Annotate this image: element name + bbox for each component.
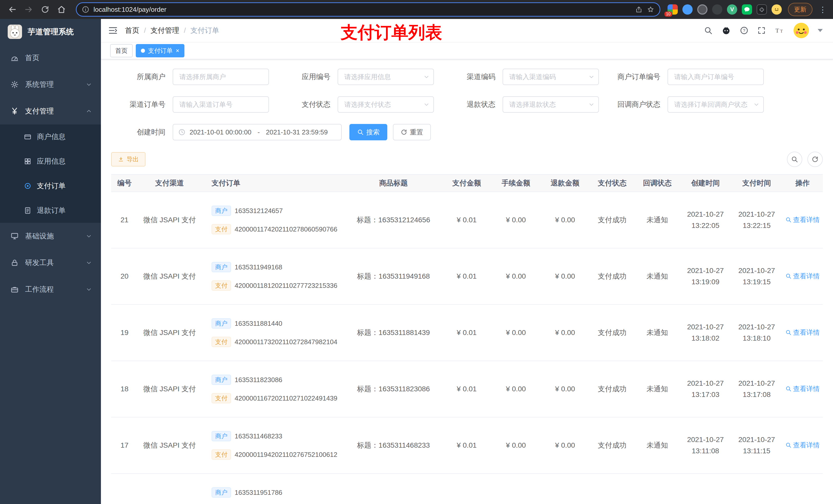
sidebar-item-devtools[interactable]: 研发工具 bbox=[0, 249, 101, 276]
credit-card-icon bbox=[24, 133, 32, 141]
cell-notify: 未通知 bbox=[635, 248, 680, 305]
cell-channel: 微信 JSAPI 支付 bbox=[138, 417, 201, 474]
record-icon bbox=[24, 182, 32, 190]
extension-icon-chat[interactable] bbox=[742, 4, 752, 15]
end-time[interactable]: 2021-10-31 23:59:59 bbox=[266, 128, 328, 136]
user-avatar[interactable] bbox=[793, 23, 809, 38]
view-detail-link[interactable]: 查看详情 bbox=[785, 384, 820, 393]
cell-fee: ¥ 0.00 bbox=[491, 417, 541, 474]
address-bar[interactable]: localhost:1024/pay/order bbox=[76, 2, 660, 17]
extension-icon-colorful[interactable]: 10 bbox=[668, 4, 678, 15]
cell-create-time: 2021-10-2713:17:03 bbox=[680, 361, 731, 417]
svg-text:T: T bbox=[776, 27, 779, 34]
cell-notify bbox=[635, 474, 680, 504]
chevron-down-icon bbox=[589, 102, 594, 107]
notify-status-select[interactable]: 请选择订单回调商户状态 bbox=[668, 96, 764, 113]
tab-pay-order[interactable]: 支付订单× bbox=[136, 44, 185, 57]
tab-home[interactable]: 首页 bbox=[110, 44, 133, 57]
cell-status bbox=[590, 474, 635, 504]
cell-id: 18 bbox=[111, 361, 138, 417]
cell-actions: 查看详情 bbox=[782, 417, 823, 474]
share-icon[interactable] bbox=[635, 6, 643, 13]
cell-create-time: 2021-10-2713:22:05 bbox=[680, 192, 731, 248]
search-icon[interactable] bbox=[704, 26, 713, 35]
url-text[interactable]: localhost:1024/pay/order bbox=[94, 6, 631, 14]
bookmark-star-icon[interactable] bbox=[647, 6, 654, 13]
avatar-caret-icon[interactable] bbox=[818, 29, 823, 32]
col-pay-order: 支付订单 bbox=[201, 174, 345, 192]
sidebar-item-pay[interactable]: 支付管理 bbox=[0, 98, 101, 124]
start-time[interactable]: 2021-10-01 00:00:00 bbox=[190, 128, 251, 136]
sidebar-item-pay-order[interactable]: 支付订单 bbox=[0, 174, 101, 198]
sidebar-item-workflow[interactable]: 工作流程 bbox=[0, 276, 101, 303]
sidebar-item-merchant-info[interactable]: 商户信息 bbox=[0, 124, 101, 149]
cell-status: 支付成功 bbox=[590, 305, 635, 361]
site-info-icon[interactable] bbox=[82, 6, 89, 13]
forward-button[interactable] bbox=[22, 2, 36, 17]
create-time-range[interactable]: 2021-10-01 00:00:00 - 2021-10-31 23:59:5… bbox=[173, 124, 342, 140]
col-title: 商品标题 bbox=[345, 174, 442, 192]
logo[interactable]: 芋道管理系统 bbox=[0, 19, 101, 45]
breadcrumb-pay[interactable]: 支付管理 bbox=[151, 26, 179, 35]
channel-order-no-label: 渠道订单号 bbox=[111, 100, 173, 110]
font-size-icon[interactable]: TT bbox=[775, 26, 785, 35]
merchant-tag: 商户 bbox=[212, 318, 231, 329]
pay-tag: 支付 bbox=[212, 337, 231, 347]
view-detail-link[interactable]: 查看详情 bbox=[785, 441, 820, 450]
sidebar-item-home[interactable]: 首页 bbox=[0, 45, 101, 71]
chevron-down-icon bbox=[86, 82, 92, 87]
breadcrumb-current: 支付订单 bbox=[191, 26, 219, 35]
sidebar-item-app-info[interactable]: 应用信息 bbox=[0, 149, 101, 174]
reset-button[interactable]: 重置 bbox=[393, 124, 431, 140]
vue-devtools-icon[interactable]: V bbox=[727, 4, 737, 15]
github-icon[interactable] bbox=[721, 26, 731, 35]
view-detail-link[interactable]: 查看详情 bbox=[785, 328, 820, 337]
sidebar-item-refund-order[interactable]: 退款订单 bbox=[0, 198, 101, 223]
refresh-button[interactable] bbox=[807, 152, 823, 167]
merchant-input[interactable] bbox=[173, 69, 269, 85]
extension-icon-dark[interactable] bbox=[712, 4, 722, 15]
app-label: 应用编号 bbox=[276, 72, 338, 82]
pay-status-select[interactable]: 请选择支付状态 bbox=[338, 96, 434, 113]
cell-refund bbox=[541, 474, 590, 504]
table-row: 19 微信 JSAPI 支付 商户1635311881440 支付4200001… bbox=[111, 305, 823, 361]
extension-icon-emoji[interactable] bbox=[771, 4, 782, 15]
export-button[interactable]: 导出 bbox=[111, 152, 145, 166]
channel-order-no-input[interactable] bbox=[173, 96, 269, 113]
toggle-search-button[interactable] bbox=[787, 152, 802, 167]
browser-update-button[interactable]: 更新 bbox=[788, 3, 812, 16]
fullscreen-icon[interactable] bbox=[757, 26, 766, 35]
cell-amount: ¥ 0.01 bbox=[442, 305, 491, 361]
extension-icon-ring[interactable] bbox=[697, 4, 708, 15]
cell-status: 支付成功 bbox=[590, 361, 635, 417]
cell-pay-time: 2021-10-2713:17:08 bbox=[731, 361, 782, 417]
cell-channel: 微信 JSAPI 支付 bbox=[138, 361, 201, 417]
notify-status-label: 回调商户状态 bbox=[606, 100, 668, 110]
app-select[interactable]: 请选择应用信息 bbox=[338, 69, 434, 85]
sidebar-item-infra[interactable]: 基础设施 bbox=[0, 223, 101, 249]
collapse-menu-icon[interactable] bbox=[108, 26, 118, 35]
browser-menu-icon[interactable]: ⋮ bbox=[818, 5, 828, 14]
view-detail-link[interactable]: 查看详情 bbox=[785, 272, 820, 281]
cell-amount: ¥ 0.01 bbox=[442, 248, 491, 305]
view-detail-link[interactable]: 查看详情 bbox=[785, 215, 820, 224]
extension-icon-blue[interactable] bbox=[682, 4, 693, 15]
channel-code-select[interactable]: 请输入渠道编码 bbox=[503, 69, 599, 85]
sidebar-item-system[interactable]: 系统管理 bbox=[0, 71, 101, 98]
cell-pay-order: 商户1635311951786 bbox=[201, 474, 345, 504]
table-row: 17 微信 JSAPI 支付 商户1635311468233 支付4200001… bbox=[111, 417, 823, 474]
breadcrumb-home[interactable]: 首页 bbox=[125, 26, 139, 35]
pay-tag: 支付 bbox=[212, 281, 231, 291]
extension-icon-puzzle[interactable] bbox=[757, 4, 767, 15]
refund-status-select[interactable]: 请选择退款状态 bbox=[503, 96, 599, 113]
back-button[interactable] bbox=[5, 2, 20, 17]
reload-button[interactable] bbox=[38, 2, 52, 17]
table-row: 18 微信 JSAPI 支付 商户1635311823086 支付4200001… bbox=[111, 361, 823, 417]
search-button[interactable]: 搜索 bbox=[349, 124, 387, 140]
breadcrumb: 首页 / 支付管理 / 支付订单 bbox=[125, 26, 219, 35]
help-icon[interactable]: ? bbox=[740, 26, 748, 35]
merchant-order-no-input[interactable] bbox=[668, 69, 764, 85]
home-button[interactable] bbox=[54, 2, 69, 17]
merchant-label: 所属商户 bbox=[111, 72, 173, 82]
close-icon[interactable]: × bbox=[176, 48, 179, 54]
